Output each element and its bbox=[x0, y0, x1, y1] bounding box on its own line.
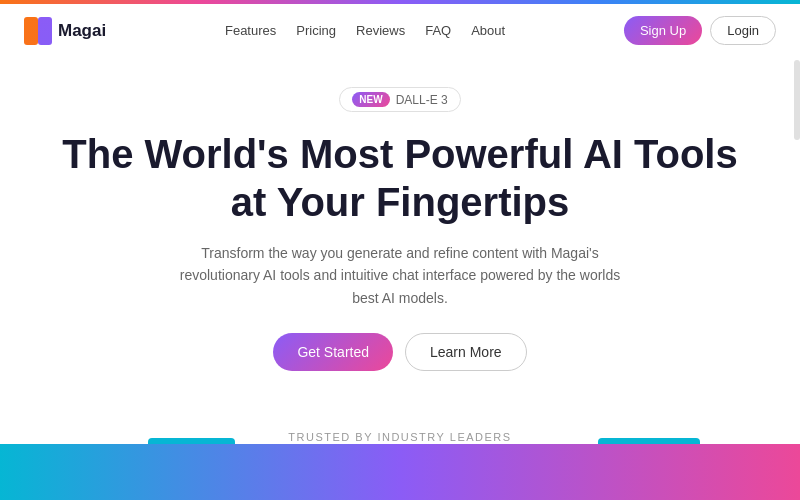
learn-more-button[interactable]: Learn More bbox=[405, 333, 527, 371]
get-started-button[interactable]: Get Started bbox=[273, 333, 393, 371]
nav-buttons: Sign Up Login bbox=[624, 16, 776, 45]
navbar: Magai Features Pricing Reviews FAQ About… bbox=[0, 4, 800, 57]
svg-rect-1 bbox=[38, 17, 52, 45]
hero-buttons: Get Started Learn More bbox=[20, 333, 780, 371]
badge-new: NEW bbox=[352, 92, 389, 107]
hero-subtitle: Transform the way you generate and refin… bbox=[170, 242, 630, 309]
hero-title: The World's Most Powerful AI Tools at Yo… bbox=[20, 130, 780, 226]
nav-reviews[interactable]: Reviews bbox=[356, 23, 405, 38]
logo-text: Magai bbox=[58, 21, 106, 41]
hero-section: NEW DALL-E 3 The World's Most Powerful A… bbox=[0, 57, 800, 421]
nav-features[interactable]: Features bbox=[225, 23, 276, 38]
logo-icon bbox=[24, 17, 52, 45]
hero-title-line1: The World's Most Powerful AI Tools bbox=[62, 132, 737, 176]
nav-about[interactable]: About bbox=[471, 23, 505, 38]
svg-rect-0 bbox=[24, 17, 38, 45]
bottom-gradient bbox=[0, 444, 800, 500]
nav-pricing[interactable]: Pricing bbox=[296, 23, 336, 38]
scrollbar[interactable] bbox=[794, 60, 800, 140]
signup-button[interactable]: Sign Up bbox=[624, 16, 702, 45]
nav-links: Features Pricing Reviews FAQ About bbox=[225, 23, 505, 38]
badge: NEW DALL-E 3 bbox=[339, 87, 460, 112]
badge-label: DALL-E 3 bbox=[396, 93, 448, 107]
nav-faq[interactable]: FAQ bbox=[425, 23, 451, 38]
login-button[interactable]: Login bbox=[710, 16, 776, 45]
logo[interactable]: Magai bbox=[24, 17, 106, 45]
hero-title-line2: at Your Fingertips bbox=[231, 180, 570, 224]
